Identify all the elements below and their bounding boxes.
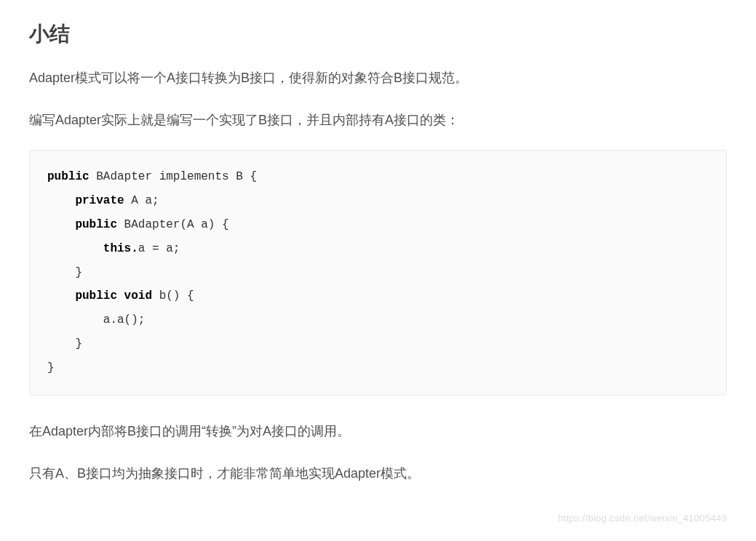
code-text: a.a(); bbox=[47, 313, 145, 326]
code-keyword: private bbox=[75, 194, 124, 207]
code-text: } bbox=[47, 361, 55, 374]
paragraph-intro-1: Adapter模式可以将一个A接口转换为B接口，使得新的对象符合B接口规范。 bbox=[29, 65, 727, 90]
paragraph-intro-2: 编写Adapter实际上就是编写一个实现了B接口，并且内部持有A接口的类： bbox=[29, 108, 727, 132]
code-text: BAdapter implements B { bbox=[89, 170, 257, 183]
code-text: } bbox=[47, 266, 82, 279]
code-text: A a; bbox=[124, 194, 159, 207]
code-keyword: public bbox=[47, 170, 89, 183]
code-block: public BAdapter implements B { private A… bbox=[29, 150, 727, 395]
code-keyword: public void bbox=[75, 289, 152, 302]
code-keyword: this. bbox=[103, 242, 138, 255]
code-text: a = a; bbox=[138, 242, 180, 255]
watermark-text: https://blog.csdn.net/weixin_41005443 bbox=[558, 513, 727, 524]
section-heading: 小结 bbox=[29, 20, 727, 48]
code-text: } bbox=[47, 337, 82, 350]
paragraph-explain-2: 只有A、B接口均为抽象接口时，才能非常简单地实现Adapter模式。 bbox=[29, 461, 727, 486]
paragraph-explain-1: 在Adapter内部将B接口的调用“转换”为对A接口的调用。 bbox=[29, 419, 727, 444]
code-text: BAdapter(A a) { bbox=[117, 218, 229, 231]
code-text: b() { bbox=[152, 289, 194, 302]
code-keyword: public bbox=[75, 218, 117, 231]
